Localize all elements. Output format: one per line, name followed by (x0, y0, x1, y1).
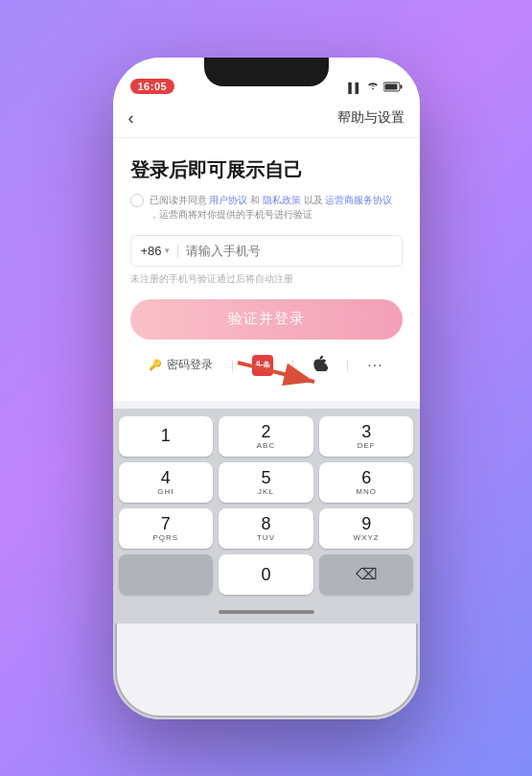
apple-login-option[interactable] (312, 356, 328, 374)
svg-rect-1 (400, 84, 402, 88)
key-6-letters: MNO (356, 487, 377, 496)
status-time: 16:05 (130, 79, 175, 94)
back-button[interactable]: ‹ (128, 108, 134, 129)
key-delete[interactable]: ⌫ (319, 554, 414, 595)
password-login-label: 密码登录 (167, 357, 213, 373)
battery-icon (383, 82, 403, 94)
keyboard-area: 1 2 ABC 3 DEF 4 GHI 5 JKL 6 MNO (113, 409, 420, 600)
key-8-letters: TUV (257, 533, 275, 542)
key-5-letters: JKL (258, 487, 274, 496)
phone-frame: 16:05 ▌▌ ‹ 帮助与设置 登录后即可 (113, 58, 420, 719)
key-6[interactable]: 6 MNO (319, 462, 414, 503)
dropdown-arrow-icon: ▾ (165, 246, 170, 255)
key-9[interactable]: 9 WXYZ (319, 508, 414, 549)
main-content: 登录后即可展示自己 已阅读并同意 用户协议 和 隐私政策 以及 运营商服务协议 … (113, 138, 420, 401)
home-indicator (113, 600, 420, 623)
agreement-and2: 以及 (304, 195, 326, 205)
option-divider-2 (292, 360, 293, 371)
agreement-row: 已阅读并同意 用户协议 和 隐私政策 以及 运营商服务协议 ，运营商将对你提供的… (130, 193, 403, 222)
key-6-number: 6 (361, 469, 371, 486)
agreement-prefix: 已阅读并同意 (150, 195, 207, 205)
delete-icon: ⌫ (356, 565, 378, 583)
key-3-number: 3 (361, 423, 371, 440)
key-2-number: 2 (261, 423, 270, 440)
keyboard-bottom-row: 0 ⌫ (119, 554, 414, 595)
nav-title: 帮助与设置 (337, 109, 405, 127)
agreement-and1: 和 (250, 195, 263, 205)
key-1-number: 1 (161, 427, 171, 444)
key-8-number: 8 (261, 515, 270, 532)
country-code-selector[interactable]: +86 ▾ (141, 244, 178, 258)
toutiao-icon: 头条 (252, 355, 273, 376)
key-8[interactable]: 8 TUV (219, 508, 313, 549)
more-login-option[interactable]: ··· (367, 357, 382, 374)
key-7-number: 7 (161, 515, 171, 532)
signal-icon: ▌▌ (348, 82, 361, 93)
password-login-option[interactable]: 🔑 密码登录 (149, 357, 213, 373)
key-5[interactable]: 5 JKL (219, 462, 313, 503)
key-9-number: 9 (361, 515, 371, 532)
phone-input-field[interactable] (186, 244, 392, 258)
key-7-letters: PQRS (152, 533, 178, 542)
key-empty (119, 554, 214, 595)
phone-input-row: +86 ▾ (130, 235, 403, 267)
key-5-number: 5 (261, 469, 270, 486)
phone-hint-text: 未注册的手机号验证通过后将自动注册 (130, 272, 403, 286)
option-divider-1 (232, 360, 233, 371)
key-0[interactable]: 0 (219, 554, 313, 595)
key-3[interactable]: 3 DEF (319, 416, 414, 457)
status-icons: ▌▌ (348, 82, 402, 94)
key-3-letters: DEF (358, 441, 376, 450)
toutiao-login-option[interactable]: 头条 (252, 355, 273, 376)
key-2[interactable]: 2 ABC (219, 416, 313, 457)
verify-login-button[interactable]: 验证并登录 (130, 299, 403, 340)
key-1[interactable]: 1 (119, 416, 214, 457)
agreement-checkbox[interactable] (130, 194, 144, 207)
option-divider-3 (347, 360, 348, 371)
agreement-suffix: ，运营商将对你提供的手机号进行验证 (150, 209, 312, 220)
operator-agreement-link[interactable]: 运营商服务协议 (325, 195, 392, 205)
user-agreement-link[interactable]: 用户协议 (209, 195, 247, 205)
key-4[interactable]: 4 GHI (119, 462, 214, 503)
svg-rect-2 (384, 83, 397, 89)
notch (204, 58, 329, 86)
content-spacer (113, 401, 420, 409)
key-4-number: 4 (161, 469, 171, 486)
privacy-link[interactable]: 隐私政策 (263, 195, 301, 205)
nav-bar: ‹ 帮助与设置 (113, 100, 420, 138)
country-code-value: +86 (141, 244, 162, 258)
keyboard-grid: 1 2 ABC 3 DEF 4 GHI 5 JKL 6 MNO (119, 416, 414, 549)
more-icon: ··· (367, 357, 382, 374)
apple-icon (312, 356, 328, 374)
key-4-letters: GHI (157, 487, 173, 496)
wifi-icon (366, 82, 380, 93)
login-options-row: 🔑 密码登录 头条 ··· (130, 355, 403, 376)
password-icon: 🔑 (149, 359, 162, 371)
agreement-text: 已阅读并同意 用户协议 和 隐私政策 以及 运营商服务协议 ，运营商将对你提供的… (150, 193, 403, 222)
key-0-number: 0 (261, 566, 270, 583)
key-9-letters: WXYZ (354, 533, 380, 542)
home-bar (219, 610, 314, 614)
page-title: 登录后即可展示自己 (130, 157, 403, 183)
key-2-letters: ABC (257, 441, 275, 450)
key-7[interactable]: 7 PQRS (119, 508, 214, 549)
